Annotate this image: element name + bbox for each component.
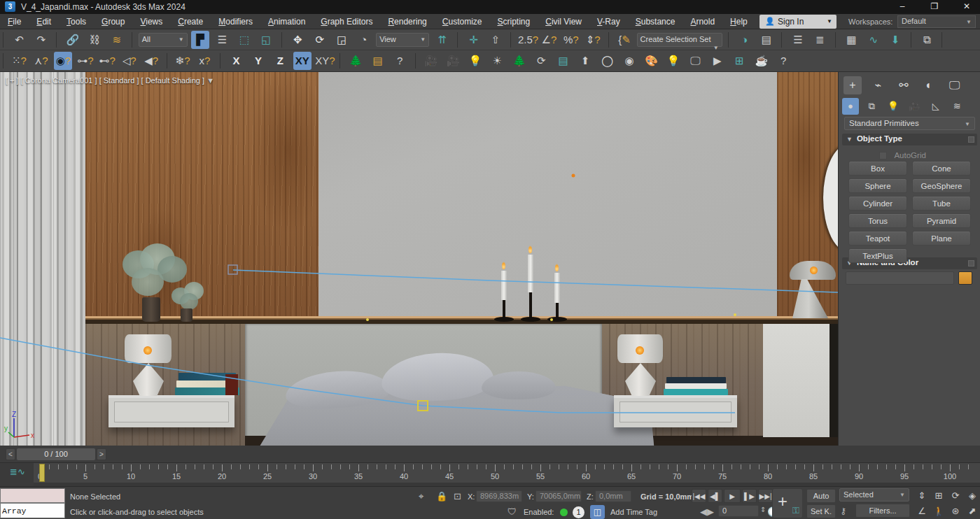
autogrid-trees-icon[interactable]: 🌲 bbox=[346, 52, 365, 70]
category-dropdown[interactable]: Standard Primitives ▼ bbox=[844, 117, 975, 130]
select-and-rotate-icon[interactable]: ⟳ bbox=[311, 31, 329, 49]
viewport-pov-menu[interactable]: [ Corona Camera001 ] bbox=[21, 76, 97, 85]
menu-substance[interactable]: Substance bbox=[628, 14, 683, 29]
next-frame-button[interactable]: > bbox=[97, 448, 106, 460]
viewport-general-menu[interactable]: [ + ] bbox=[6, 76, 19, 85]
sign-in-button[interactable]: 👤 Sign In ▼ bbox=[760, 15, 836, 29]
frame-spinner-arrows[interactable]: ⇕ bbox=[760, 506, 766, 513]
current-frame-field[interactable]: 0 bbox=[718, 505, 759, 517]
render-production-icon[interactable]: ◯ bbox=[598, 52, 617, 70]
object-button-geosphere[interactable]: GeoSphere bbox=[912, 178, 971, 193]
menu-file[interactable]: File bbox=[0, 14, 29, 29]
snap-midpoint-icon[interactable]: ⊷? bbox=[98, 52, 116, 70]
filters-button[interactable]: Filters... bbox=[855, 504, 910, 518]
render-setup-icon[interactable]: ⟳ bbox=[532, 52, 550, 70]
select-and-link-icon[interactable]: 🔗 bbox=[64, 31, 82, 49]
menu-customize[interactable]: Customize bbox=[435, 14, 490, 29]
teapot-icon[interactable]: ☕ bbox=[752, 52, 771, 70]
anim-layers-badge[interactable]: 1 bbox=[573, 506, 584, 518]
object-button-pyramid[interactable]: Pyramid bbox=[912, 213, 971, 228]
mirror-icon[interactable]: ◑ bbox=[736, 31, 754, 49]
workspace-dropdown[interactable]: Default ▼ bbox=[897, 15, 976, 28]
select-object-icon[interactable]: ▛ bbox=[191, 31, 209, 49]
object-button-cone[interactable]: Cone bbox=[912, 161, 971, 176]
foliage-icon[interactable]: ⬆ bbox=[576, 52, 594, 70]
menu-modifiers[interactable]: Modifiers bbox=[211, 14, 260, 29]
tab-motion[interactable]: ◐ bbox=[920, 76, 938, 94]
object-button-textplus[interactable]: TextPlus bbox=[848, 248, 907, 263]
viewport-shading-menu[interactable]: [ Default Shading ] bbox=[141, 76, 205, 85]
menu-views[interactable]: Views bbox=[132, 14, 170, 29]
category-shapes[interactable]: ⧉ bbox=[863, 98, 880, 115]
object-button-teapot[interactable]: Teapot bbox=[848, 231, 907, 246]
dope-sheet-icon[interactable]: ⬇ bbox=[886, 31, 904, 49]
walk-through-icon[interactable]: 🚶 bbox=[931, 504, 946, 518]
minimize-button[interactable]: – bbox=[890, 0, 914, 14]
viewport-standard-menu[interactable]: [ Standard ] bbox=[99, 76, 139, 85]
undo-icon[interactable]: ↶ bbox=[10, 31, 28, 49]
play-window-icon[interactable]: ▶ bbox=[708, 52, 727, 70]
prev-frame-playback-button[interactable]: ◀▌ bbox=[708, 489, 722, 503]
shield-icon[interactable]: 🛡 bbox=[507, 506, 517, 517]
go-to-start-button[interactable]: |◀◀ bbox=[692, 489, 706, 503]
maxscript-mini-listener[interactable] bbox=[0, 488, 65, 503]
viewport[interactable]: Z x y [ + ] [ Corona Camera001 ] [ Stand… bbox=[0, 72, 838, 446]
object-button-sphere[interactable]: Sphere bbox=[848, 178, 907, 193]
menu-graph-editors[interactable]: Graph Editors bbox=[313, 14, 380, 29]
tab-create[interactable]: + bbox=[844, 76, 862, 94]
select-and-place-icon[interactable]: ◔ bbox=[355, 31, 373, 49]
key-mode-toggle-icon[interactable]: ◀▶ bbox=[700, 506, 714, 517]
play-button[interactable]: ▶ bbox=[724, 489, 741, 503]
add-time-tag[interactable]: Add Time Tag bbox=[610, 508, 657, 516]
object-button-tube[interactable]: Tube bbox=[912, 196, 971, 211]
zoom-all-icon[interactable]: ⊞ bbox=[931, 489, 946, 503]
menu-arnold[interactable]: Arnold bbox=[682, 14, 722, 29]
freeze-icon[interactable]: ❄? bbox=[174, 52, 192, 70]
category-spacewarps[interactable]: ≋ bbox=[948, 98, 965, 115]
axis-constraint-x-toggle-icon[interactable]: x? bbox=[196, 52, 214, 70]
auto-key-button[interactable]: Auto bbox=[806, 489, 836, 503]
next-frame-playback-button[interactable]: ▌▶ bbox=[742, 489, 757, 503]
layer-list-icon[interactable]: ≣ bbox=[811, 31, 829, 49]
menu-help[interactable]: Help bbox=[722, 14, 755, 29]
select-and-manipulate-icon[interactable]: ✛ bbox=[465, 31, 483, 49]
curve-editor-icon[interactable]: ∿ bbox=[864, 31, 883, 49]
viewport-layout-icon[interactable]: ⊞ bbox=[730, 52, 748, 70]
material-editor-icon[interactable]: 🎨 bbox=[643, 52, 661, 70]
restrict-z-icon[interactable]: Z bbox=[271, 52, 289, 70]
set-keys-button[interactable]: + ⚿ bbox=[772, 488, 803, 518]
isolate-selection-icon[interactable]: ⌖ bbox=[419, 491, 424, 502]
snap-edge-icon[interactable]: ⊶? bbox=[76, 52, 94, 70]
z-coord-field[interactable]: 0,0mm bbox=[595, 490, 631, 502]
category-lights[interactable]: 💡 bbox=[885, 98, 902, 115]
sun-icon[interactable]: ☀ bbox=[488, 52, 506, 70]
object-color-swatch[interactable] bbox=[958, 271, 972, 285]
orbit-icon[interactable]: ⊛ bbox=[948, 504, 963, 518]
time-tag-icon[interactable]: ◫ bbox=[590, 505, 605, 519]
schematic-view-icon[interactable]: ⧉ bbox=[918, 31, 936, 49]
prev-frame-button[interactable]: < bbox=[6, 448, 15, 460]
create-camera-icon[interactable]: 🎥+ bbox=[444, 52, 462, 70]
reference-coordinate-dropdown[interactable]: View▼ bbox=[376, 33, 429, 47]
track-bar[interactable]: ≣∿ 0510152025303540455055606570758085909… bbox=[0, 462, 980, 486]
named-sets-list-icon[interactable]: ▤ bbox=[369, 52, 387, 70]
render-window-icon[interactable]: 🖵 bbox=[686, 52, 704, 70]
time-slider-handle[interactable] bbox=[39, 464, 45, 482]
object-button-plane[interactable]: Plane bbox=[912, 231, 971, 246]
layer-manager-icon[interactable]: ☰ bbox=[789, 31, 807, 49]
ribbon-toggle-icon[interactable]: ▦ bbox=[842, 31, 860, 49]
tab-modify[interactable]: ⌁ bbox=[869, 76, 887, 94]
unlink-selection-icon[interactable]: ⛓ bbox=[85, 31, 104, 49]
select-and-scale-icon[interactable]: ◲ bbox=[332, 31, 351, 49]
selection-filter-dropdown[interactable]: All▼ bbox=[139, 33, 188, 47]
angle-snap-icon[interactable]: ∠? bbox=[540, 31, 558, 49]
restrict-xy-plane-icon[interactable]: XY? bbox=[315, 52, 333, 70]
category-geometry[interactable]: ● bbox=[842, 98, 859, 115]
redo-icon[interactable]: ↷ bbox=[32, 31, 50, 49]
key-filters-icon[interactable]: ⚷ bbox=[840, 506, 847, 516]
snap-face-icon[interactable]: ◁? bbox=[120, 52, 139, 70]
menu-civil-view[interactable]: Civil View bbox=[538, 14, 589, 29]
snap-region-icon[interactable]: ◀? bbox=[142, 52, 160, 70]
category-helpers[interactable]: ◺ bbox=[927, 98, 944, 115]
close-button[interactable]: ✕ bbox=[955, 0, 979, 14]
